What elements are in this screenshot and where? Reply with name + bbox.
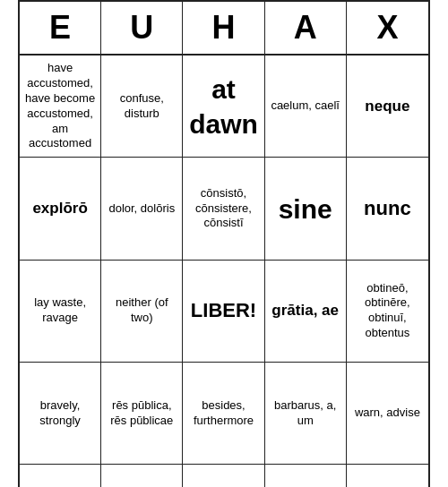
bingo-cell: besides, furthermore [183,363,264,465]
header-cell: A [265,2,347,54]
bingo-cell: nunc [347,158,428,260]
bingo-cell: longē [347,465,428,487]
bingo-cell: grātia, ae [265,261,347,363]
bingo-cell: at dawn [183,56,264,158]
bingo-card: EUHAX have accustomed, have become accus… [18,0,430,487]
bingo-cell: LIBER! [183,261,264,363]
bingo-cell: rēs pūblica, rēs pūblicae [101,363,183,465]
bingo-cell: have accustomed, have become accustomed,… [20,56,101,158]
bingo-cell: neither (of two) [101,261,183,363]
bingo-cell: ditch [101,465,183,487]
bingo-cell: neque [347,56,428,158]
bingo-header: EUHAX [20,2,428,56]
bingo-cell: explōrō [20,158,101,260]
header-cell: X [347,2,428,54]
bingo-cell: lay waste, ravage [20,261,101,363]
bingo-cell: cōnsistō, cōnsistere, cōnsistī [183,158,264,260]
bingo-cell: sine [265,158,347,260]
bingo-cell: ship [20,465,101,487]
bingo-cell: bravely, strongly [20,363,101,465]
bingo-cell: dolor, dolōris [101,158,183,260]
header-cell: H [183,2,264,54]
bingo-cell: heavy, severe, serious [183,465,264,487]
bingo-grid: have accustomed, have become accustomed,… [20,56,428,487]
header-cell: E [20,2,101,54]
bingo-cell: barbarus, a, um [265,363,347,465]
bingo-cell: confuse, disturb [101,56,183,158]
bingo-cell: warn, advise [347,363,428,465]
bingo-cell: obtineō, obtinēre, obtinuī, obtentus [347,261,428,363]
bingo-cell: caelum, caelī [265,56,347,158]
bingo-cell: third [265,465,347,487]
header-cell: U [101,2,183,54]
